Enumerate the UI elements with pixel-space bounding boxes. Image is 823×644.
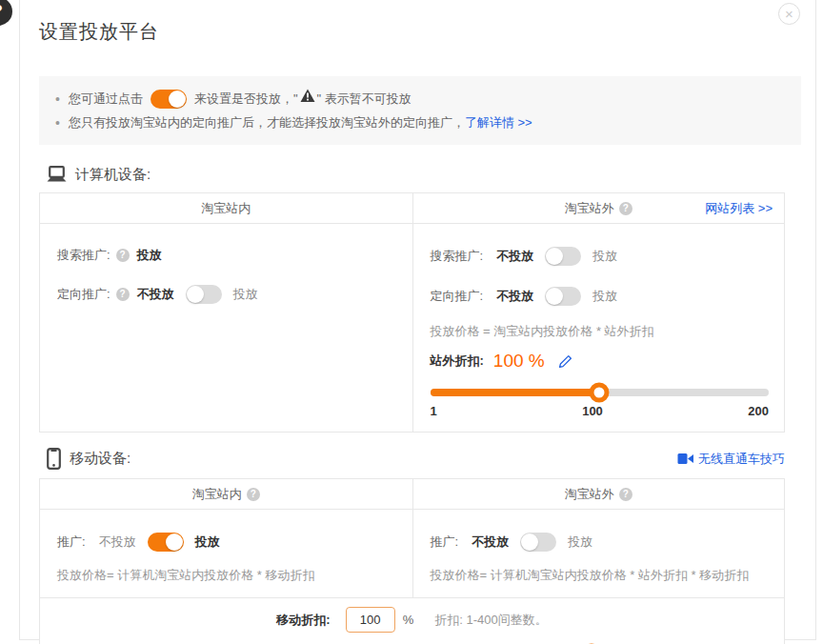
computer-table-body: 搜索推广: ? 投放 定向推广: ? 不投放 投放 搜索推广: 不投放 xyxy=(40,224,784,432)
row-label: 定向推广: xyxy=(431,288,484,305)
mobile-section-label: 移动设备: xyxy=(70,450,130,468)
notice-text: 您只有投放淘宝站内的定向推广后，才能选择投放淘宝站外的定向推广， xyxy=(69,113,465,132)
toggle-knob xyxy=(546,248,563,265)
promo-row: 推广: 不投放 投放 xyxy=(57,533,397,552)
row-label: 推广: xyxy=(57,533,86,551)
computer-offsite-cell: 搜索推广: 不投放 投放 定向推广: 不投放 投放 投放价格 = 淘宝站内投放价… xyxy=(412,224,785,432)
site-list-link[interactable]: 网站列表 >> xyxy=(705,193,773,224)
targeted-promo-row: 定向推广: ? 不投放 投放 xyxy=(57,285,397,304)
help-icon[interactable]: ? xyxy=(116,249,130,262)
example-toggle[interactable] xyxy=(151,90,187,109)
discount-hint: 折扣: 1-400间整数。 xyxy=(434,612,547,629)
scale-max: 200 xyxy=(748,404,769,418)
mobile-icon xyxy=(47,448,61,470)
mobile-onsite-price-formula: 投放价格= 计算机淘宝站内投放价格 * 移动折扣 xyxy=(57,567,397,584)
bullet-dot: • xyxy=(55,113,60,132)
computer-onsite-targeted-toggle[interactable] xyxy=(186,285,222,304)
help-icon[interactable]: ? xyxy=(619,488,632,501)
state-label: 不投放 xyxy=(472,533,509,551)
computer-table-header: 淘宝站内 淘宝站外 ? 网站列表 >> xyxy=(40,193,784,224)
computer-table: 淘宝站内 淘宝站外 ? 网站列表 >> 搜索推广: ? 投放 定向推广: ? 不… xyxy=(39,192,785,433)
percent-unit: % xyxy=(403,613,414,627)
notice-text: " 表示暂不可投放 xyxy=(317,87,412,111)
help-icon[interactable]: ? xyxy=(116,288,130,301)
link-label: 无线直通车技巧 xyxy=(698,451,785,468)
offsite-discount-slider[interactable] xyxy=(431,389,770,396)
header-label: 淘宝站内 xyxy=(192,486,242,503)
offsite-slider-scale: 1 100 200 xyxy=(431,404,770,418)
edit-icon[interactable] xyxy=(558,354,572,369)
close-icon[interactable]: × xyxy=(778,3,800,25)
notice-line-2: • 您只有投放淘宝站内的定向推广后，才能选择投放淘宝站外的定向推广， 了解详情 … xyxy=(52,113,786,132)
slider-fill xyxy=(431,389,600,396)
discount-label: 移动折扣: xyxy=(276,612,330,629)
notice-text: 来设置是否投放，" xyxy=(194,87,298,111)
computer-offsite-targeted-toggle[interactable] xyxy=(545,287,581,306)
state-label: 不投放 xyxy=(99,533,136,551)
computer-onsite-header: 淘宝站内 xyxy=(40,193,412,223)
state-label: 投放 xyxy=(137,247,162,264)
toggle-knob xyxy=(166,533,183,551)
computer-offsite-search-toggle[interactable] xyxy=(545,247,581,266)
search-promo-row: 搜索推广: 不投放 投放 xyxy=(431,247,770,266)
scale-mid: 100 xyxy=(582,404,603,418)
mobile-offsite-cell: 推广: 不投放 投放 投放价格= 计算机淘宝站内投放价格 * 站外折扣 * 移动… xyxy=(412,510,785,597)
offsite-discount-value: 100 % xyxy=(493,351,545,372)
row-label: 定向推广: xyxy=(57,286,110,303)
offsite-discount-row: 站外折扣: 100 % xyxy=(431,351,770,372)
mobile-discount-section: 移动折扣: % 折扣: 1-400间整数。 1 200 400 xyxy=(40,597,784,644)
header-label: 淘宝站内 xyxy=(201,200,251,217)
header-label: 淘宝站外 xyxy=(565,486,614,503)
state-label: 投放 xyxy=(592,288,617,305)
mobile-onsite-promo-toggle[interactable] xyxy=(148,533,184,552)
video-icon xyxy=(677,453,694,465)
computer-icon xyxy=(47,166,67,184)
set-platform-dialog: × 设置投放平台 • 您可通过点击 来设置是否投放，" " 表示暂不可投放 • … xyxy=(19,0,816,640)
notice-box: • 您可通过点击 来设置是否投放，" " 表示暂不可投放 • 您只有投放淘宝站内… xyxy=(39,76,801,145)
row-label: 推广: xyxy=(431,533,459,551)
state-label: 投放 xyxy=(592,248,617,265)
mobile-offsite-price-formula: 投放价格= 计算机淘宝站内投放价格 * 站外折扣 * 移动折扣 xyxy=(431,567,770,584)
bullet-dot: • xyxy=(55,87,60,111)
row-label: 搜索推广: xyxy=(431,248,484,265)
mobile-table: 淘宝站内 ? 淘宝站外 ? 推广: 不投放 投放 投放价格= 计算机淘宝站内投放… xyxy=(39,478,785,644)
learn-more-link[interactable]: 了解详情 >> xyxy=(465,113,532,132)
state-label: 不投放 xyxy=(496,288,533,305)
computer-section-header: 计算机设备: xyxy=(47,166,785,184)
mobile-section-header: 移动设备: 无线直通车技巧 xyxy=(47,448,785,470)
state-label: 投放 xyxy=(568,533,592,551)
notice-line-1: • 您可通过点击 来设置是否投放，" " 表示暂不可投放 xyxy=(52,87,786,111)
notice-text: 您可通过点击 xyxy=(69,87,143,111)
help-icon[interactable]: ? xyxy=(247,488,260,501)
search-promo-row: 搜索推广: ? 投放 xyxy=(57,247,397,264)
header-label: 淘宝站外 xyxy=(565,200,614,217)
state-label: 投放 xyxy=(195,533,220,551)
warning-icon xyxy=(300,87,315,111)
discount-label: 站外折扣: xyxy=(431,352,484,370)
slider-thumb[interactable] xyxy=(590,383,610,403)
promo-row: 推广: 不投放 投放 xyxy=(431,533,770,552)
scale-min: 1 xyxy=(431,404,437,418)
page-title: 设置投放平台 xyxy=(39,19,815,45)
offsite-price-formula: 投放价格 = 淘宝站内投放价格 * 站外折扣 xyxy=(431,323,770,340)
mobile-discount-input[interactable] xyxy=(346,607,395,633)
mobile-table-body: 推广: 不投放 投放 投放价格= 计算机淘宝站内投放价格 * 移动折扣 推广: … xyxy=(40,510,784,597)
mobile-onsite-cell: 推广: 不投放 投放 投放价格= 计算机淘宝站内投放价格 * 移动折扣 xyxy=(40,510,412,597)
toggle-knob xyxy=(546,288,563,305)
computer-section-label: 计算机设备: xyxy=(75,166,151,184)
mobile-onsite-header: 淘宝站内 ? xyxy=(40,479,412,509)
mobile-offsite-header: 淘宝站外 ? xyxy=(412,479,785,509)
help-icon[interactable]: ? xyxy=(619,202,632,215)
wireless-tips-link[interactable]: 无线直通车技巧 xyxy=(677,451,785,468)
toggle-knob xyxy=(521,533,538,551)
floating-help-badge[interactable]: ? xyxy=(0,0,12,26)
mobile-table-header: 淘宝站内 ? 淘宝站外 ? xyxy=(40,479,784,510)
toggle-knob xyxy=(169,91,186,108)
computer-offsite-header: 淘宝站外 ? 网站列表 >> xyxy=(412,193,785,223)
row-label: 搜索推广: xyxy=(57,247,110,264)
computer-onsite-cell: 搜索推广: ? 投放 定向推广: ? 不投放 投放 xyxy=(40,224,412,432)
mobile-offsite-promo-toggle[interactable] xyxy=(520,533,556,552)
toggle-knob xyxy=(187,286,204,303)
targeted-promo-row: 定向推广: 不投放 投放 xyxy=(431,287,770,306)
mobile-discount-row: 移动折扣: % 折扣: 1-400间整数。 xyxy=(40,607,784,633)
